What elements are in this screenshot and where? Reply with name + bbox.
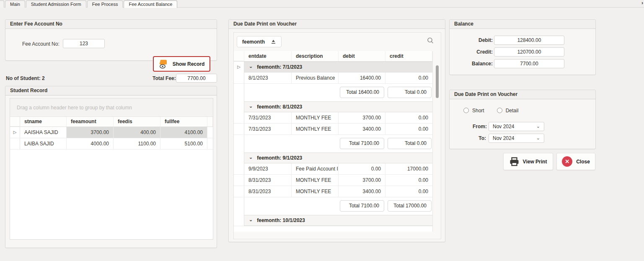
column-header-fullfee[interactable]: fullfee bbox=[160, 117, 207, 127]
group-row: ⌄feemonth: 8/1/2023 bbox=[234, 101, 432, 112]
cell-debit[interactable]: 3700.00 bbox=[339, 175, 385, 186]
voucher-grid-panel: Due Date Print on Voucher feemonth bbox=[228, 19, 445, 242]
column-header-debit[interactable]: debit bbox=[339, 51, 385, 61]
cell-credit[interactable]: 0.00 bbox=[385, 112, 432, 124]
group-by-chip-feemonth[interactable]: feemonth bbox=[237, 36, 282, 47]
balance-panel: Balance Debit:Credit:Balance: bbox=[449, 19, 596, 75]
view-print-button[interactable]: View Print bbox=[503, 153, 553, 170]
tab-main[interactable]: Main bbox=[5, 0, 25, 8]
cell-debit[interactable]: 16400.00 bbox=[339, 72, 385, 84]
chevron-down-icon: ⌄ bbox=[536, 135, 540, 141]
group-debit-total: Total 7100.00 bbox=[340, 200, 384, 212]
cell-entdate[interactable]: 7/31/2023 bbox=[244, 112, 292, 124]
cell-debit[interactable]: 3700.00 bbox=[339, 112, 385, 124]
table-row[interactable]: 8/31/2023MONTHLY FEE3700.000.00 bbox=[234, 175, 432, 186]
cell-entdate[interactable]: 8/31/2023 bbox=[244, 186, 292, 197]
column-header-description[interactable]: description bbox=[292, 51, 339, 61]
table-row[interactable]: LAIBA SAJID4000.001100.005100.00 bbox=[10, 138, 213, 150]
column-header-feedis[interactable]: feedis bbox=[114, 117, 160, 127]
group-totals-row: Total 16400.00Total 0.00 bbox=[234, 84, 432, 101]
tab-fee-account-balance[interactable]: Fee Account Balance bbox=[124, 0, 177, 8]
group-credit-total: Total 0.00 bbox=[388, 138, 432, 149]
column-header-feeamount[interactable]: feeamount bbox=[67, 117, 114, 127]
search-icon[interactable] bbox=[427, 37, 434, 44]
cell-entdate[interactable]: 8/31/2023 bbox=[244, 175, 292, 186]
radio-button-detail[interactable] bbox=[497, 108, 502, 113]
table-row[interactable]: 8/31/2023MONTHLY FEE3400.000.00 bbox=[234, 186, 432, 197]
cell-credit[interactable]: 0.00 bbox=[385, 72, 432, 84]
cell-fullfee[interactable]: 4100.00 bbox=[160, 127, 207, 138]
fee-account-no-input[interactable] bbox=[63, 39, 105, 48]
radio-button-short[interactable] bbox=[463, 108, 469, 113]
cell-description[interactable]: MONTHLY FEE bbox=[292, 124, 339, 135]
enter-fee-account-panel: Enter Fee Account No Fee Account No: Sho… bbox=[5, 19, 217, 61]
panel-title: Balance bbox=[450, 20, 595, 29]
cell-description[interactable]: Previous Balance bbox=[292, 72, 339, 84]
vertical-scrollbar[interactable] bbox=[436, 65, 439, 247]
show-record-label: Show Record bbox=[173, 61, 205, 67]
cell-feeamount[interactable]: 4000.00 bbox=[67, 138, 114, 150]
group-header[interactable]: ⌄feemonth: 8/1/2023 bbox=[244, 101, 432, 112]
cell-credit[interactable]: 0.00 bbox=[385, 175, 432, 186]
show-record-button[interactable]: Show Record bbox=[153, 56, 210, 72]
table-row[interactable]: 9/9/2023Fee Paid Account I...0.0017000.0… bbox=[234, 163, 432, 175]
balance-value-balance[interactable] bbox=[494, 59, 564, 68]
group-totals-row: Total 7100.00Total 17000.00 bbox=[234, 197, 432, 215]
close-button[interactable]: ✕ Close bbox=[556, 153, 595, 170]
cell-description[interactable]: MONTHLY FEE bbox=[292, 186, 339, 197]
tab-bar: MainStudent Admission FormFee ProcessFee… bbox=[0, 0, 644, 8]
from-month-select[interactable]: Nov 2024 ⌄ bbox=[489, 122, 544, 131]
voucher-grid-toolbar: feemonth bbox=[234, 33, 441, 51]
chevron-down-icon: ⌄ bbox=[536, 124, 540, 129]
cell-entdate[interactable]: 7/31/2023 bbox=[244, 124, 292, 135]
table-row[interactable]: 7/31/2023MONTHLY FEE3700.000.00 bbox=[234, 112, 432, 124]
radio-option-short[interactable]: Short bbox=[463, 108, 484, 114]
balance-value-debit[interactable] bbox=[494, 36, 564, 45]
cell-stname[interactable]: AAISHA SAJID bbox=[20, 127, 67, 138]
cell-fullfee[interactable]: 5100.00 bbox=[160, 138, 207, 150]
cell-credit[interactable]: 0.00 bbox=[385, 124, 432, 135]
tab-student-admission-form[interactable]: Student Admission Form bbox=[26, 0, 86, 8]
to-month-select[interactable]: Nov 2024 ⌄ bbox=[489, 134, 544, 143]
cell-description[interactable]: MONTHLY FEE bbox=[292, 112, 339, 124]
balance-value-credit[interactable] bbox=[494, 47, 564, 57]
column-header-credit[interactable]: credit bbox=[385, 51, 432, 61]
group-header[interactable]: ⌄feemonth: 10/1/2023 bbox=[244, 215, 432, 226]
group-header[interactable]: ⌄feemonth: 9/1/2023 bbox=[244, 152, 432, 163]
group-totals-row: Total 7100.00Total 0.00 bbox=[234, 135, 432, 152]
cell-debit[interactable]: 0.00 bbox=[339, 163, 385, 175]
student-grid-rows: ▷AAISHA SAJID3700.00400.004100.00LAIBA S… bbox=[10, 127, 213, 150]
column-header-entdate[interactable]: entdate bbox=[244, 51, 292, 61]
cell-entdate[interactable]: 8/1/2023 bbox=[244, 72, 292, 84]
table-row[interactable]: 7/31/2023MONTHLY FEE3400.000.00 bbox=[234, 124, 432, 135]
scrollbar-thumb[interactable] bbox=[436, 65, 439, 98]
from-label: From: bbox=[473, 124, 486, 129]
cell-feeamount[interactable]: 3700.00 bbox=[67, 127, 114, 138]
cell-debit[interactable]: 3400.00 bbox=[339, 124, 385, 135]
cell-feedis[interactable]: 1100.00 bbox=[114, 138, 160, 150]
cell-debit[interactable]: 3400.00 bbox=[339, 186, 385, 197]
student-grid-header: stname feeamount feedis fullfee bbox=[10, 117, 213, 127]
voucher-grid-header: entdate description debit credit bbox=[234, 51, 432, 62]
cell-credit[interactable]: 0.00 bbox=[385, 186, 432, 197]
radio-group: ShortDetail bbox=[463, 108, 518, 114]
tab-scroll-right-icon[interactable]: › bbox=[641, 0, 643, 6]
radio-label-detail: Detail bbox=[506, 108, 519, 114]
cell-credit[interactable]: 17000.00 bbox=[385, 163, 432, 175]
tab-fee-process[interactable]: Fee Process bbox=[87, 0, 123, 8]
cell-entdate[interactable]: 9/9/2023 bbox=[244, 163, 292, 175]
cell-description[interactable]: Fee Paid Account I... bbox=[292, 163, 339, 175]
radio-option-detail[interactable]: Detail bbox=[497, 108, 519, 114]
voucher-grid: entdate description debit credit ▷⌄feemo… bbox=[234, 51, 433, 232]
column-header-stname[interactable]: stname bbox=[20, 117, 67, 127]
total-fee-value[interactable] bbox=[176, 74, 217, 83]
chevron-down-icon: ⌄ bbox=[249, 217, 253, 222]
table-row[interactable]: 8/1/2023Previous Balance16400.000.00 bbox=[234, 72, 432, 84]
panel-title: Due Date Print on Voucher bbox=[229, 20, 445, 29]
cell-feedis[interactable]: 400.00 bbox=[114, 127, 160, 138]
group-header[interactable]: ⌄feemonth: 7/1/2023 bbox=[244, 62, 432, 72]
table-row[interactable]: ▷AAISHA SAJID3700.00400.004100.00 bbox=[10, 127, 213, 138]
row-indicator-arrow: ▷ bbox=[234, 62, 244, 72]
cell-stname[interactable]: LAIBA SAJID bbox=[20, 138, 67, 150]
cell-description[interactable]: MONTHLY FEE bbox=[292, 175, 339, 186]
